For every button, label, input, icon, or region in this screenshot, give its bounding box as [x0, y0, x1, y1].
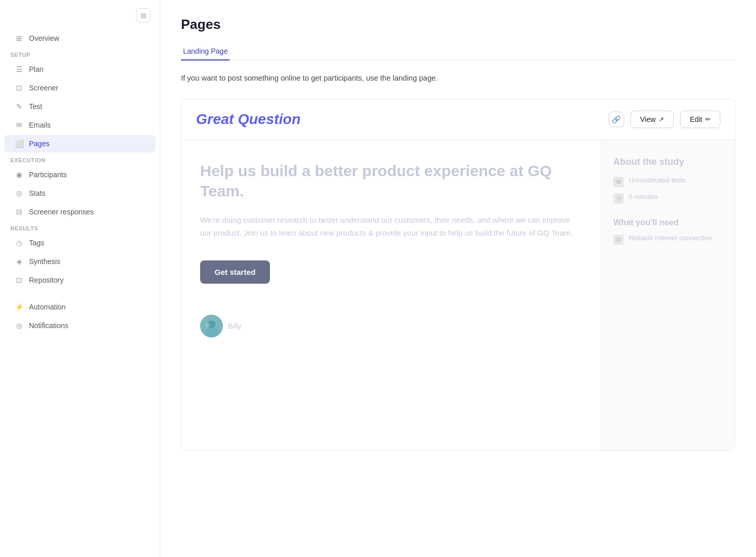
- internet-text: Reliable internet connection: [629, 234, 712, 243]
- tab-landing-page[interactable]: Landing Page: [181, 43, 230, 60]
- unmoderated-icon: ⊟: [613, 177, 624, 187]
- what-you-need-heading: What you'll need: [613, 218, 722, 227]
- sidebar-item-label: Test: [29, 102, 42, 111]
- preview-body: Help us build a better product experienc…: [182, 140, 735, 450]
- sidebar-collapse-button[interactable]: ⊟: [136, 8, 150, 23]
- execution-section-label: Execution: [0, 153, 160, 165]
- page-description: If you want to post something online to …: [181, 73, 735, 84]
- duration-text: 5 minutes: [629, 192, 658, 202]
- preview-actions: 🔗 View ↗ Edit ✏: [609, 111, 720, 128]
- preview-right-panel: About the study ⊟ Unmoderated tests ◷ 5 …: [600, 140, 735, 450]
- sidebar-item-stats[interactable]: ◎ Stats: [4, 184, 156, 202]
- overview-icon: ⊞: [14, 34, 24, 43]
- info-item-duration: ◷ 5 minutes: [613, 192, 722, 204]
- synthesis-icon: ◈: [14, 257, 24, 266]
- sidebar-item-synthesis[interactable]: ◈ Synthesis: [4, 253, 156, 270]
- edit-icon: ✏: [705, 116, 710, 123]
- avatar-row: Billy: [200, 315, 582, 337]
- stats-icon: ◎: [14, 189, 24, 198]
- sidebar-item-plan[interactable]: ☰ Plan: [4, 60, 156, 78]
- sidebar-item-screener[interactable]: ⊡ Screener: [4, 79, 156, 97]
- sidebar-item-label: Tags: [29, 239, 44, 247]
- about-study-heading: About the study: [613, 157, 722, 167]
- test-icon: ✎: [14, 102, 24, 111]
- pages-icon: ⬜: [14, 139, 24, 148]
- setup-section-label: Setup: [0, 48, 160, 60]
- sidebar-item-label: Overview: [29, 34, 59, 42]
- sidebar-item-tags[interactable]: ◷ Tags: [4, 234, 156, 252]
- repository-icon: ⊡: [14, 275, 24, 285]
- sidebar-top-icon-area: ⊟: [0, 8, 160, 29]
- participants-icon: ◉: [14, 170, 24, 179]
- sidebar-item-automation[interactable]: ⚡ Automation: [4, 298, 156, 316]
- sidebar-item-overview[interactable]: ⊞ Overview: [4, 29, 156, 47]
- sidebar-item-repository[interactable]: ⊡ Repository: [4, 271, 156, 289]
- preview-left-panel: Help us build a better product experienc…: [182, 140, 600, 450]
- notifications-icon: ◎: [14, 321, 24, 330]
- page-title: Pages: [181, 17, 735, 33]
- sidebar-item-test[interactable]: ✎ Test: [4, 98, 156, 115]
- get-started-button[interactable]: Get started: [200, 260, 270, 284]
- landing-page-preview-card: Great Question 🔗 View ↗ Edit ✏ Help us b…: [181, 99, 735, 451]
- sidebar-item-label: Automation: [29, 303, 66, 311]
- sidebar-item-label: Screener: [29, 84, 58, 92]
- sidebar-item-label: Screener responses: [29, 208, 94, 216]
- sidebar-item-pages[interactable]: ⬜ Pages: [4, 135, 156, 152]
- sidebar: ⊟ ⊞ Overview Setup ☰ Plan ⊡ Screener ✎ T…: [0, 0, 160, 557]
- sidebar-item-screener-responses[interactable]: ⊟ Screener responses: [4, 203, 156, 221]
- sidebar-item-label: Participants: [29, 171, 67, 179]
- internet-icon: ⊡: [613, 235, 624, 245]
- emails-icon: ✉: [14, 120, 24, 130]
- automation-icon: ⚡: [14, 302, 24, 312]
- brand-name: Great Question: [196, 111, 300, 128]
- sidebar-item-label: Synthesis: [29, 257, 61, 266]
- sidebar-item-notifications[interactable]: ◎ Notifications: [4, 317, 156, 334]
- link-button[interactable]: 🔗: [609, 112, 624, 127]
- external-link-icon: ↗: [659, 116, 664, 123]
- preview-main-heading: Help us build a better product experienc…: [200, 161, 582, 201]
- clock-icon: ◷: [613, 193, 624, 204]
- avatar-name: Billy: [228, 322, 241, 330]
- link-icon: 🔗: [612, 115, 621, 123]
- main-content: Pages Landing Page If you want to post s…: [160, 0, 756, 557]
- sidebar-item-label: Stats: [29, 189, 46, 197]
- svg-point-3: [205, 323, 209, 327]
- edit-button[interactable]: Edit ✏: [680, 111, 720, 128]
- preview-body-text: We're doing customer research to better …: [200, 213, 582, 240]
- info-item-internet: ⊡ Reliable internet connection: [613, 234, 722, 245]
- preview-header: Great Question 🔗 View ↗ Edit ✏: [182, 99, 735, 140]
- screener-responses-icon: ⊟: [14, 207, 24, 216]
- sidebar-item-label: Notifications: [29, 321, 68, 330]
- avatar: [200, 315, 223, 337]
- view-button[interactable]: View ↗: [630, 111, 674, 128]
- tags-icon: ◷: [14, 238, 24, 247]
- sidebar-item-participants[interactable]: ◉ Participants: [4, 166, 156, 183]
- unmoderated-text: Unmoderated tests: [629, 176, 686, 185]
- sidebar-item-emails[interactable]: ✉ Emails: [4, 116, 156, 134]
- screener-icon: ⊡: [14, 83, 24, 92]
- sidebar-item-label: Emails: [29, 121, 51, 129]
- results-section-label: Results: [0, 221, 160, 234]
- sidebar-item-label: Pages: [29, 140, 50, 148]
- info-item-unmoderated: ⊟ Unmoderated tests: [613, 176, 722, 187]
- sidebar-item-label: Plan: [29, 65, 43, 73]
- tabs-bar: Landing Page: [181, 43, 735, 60]
- plan-icon: ☰: [14, 65, 24, 74]
- sidebar-item-label: Repository: [29, 276, 64, 284]
